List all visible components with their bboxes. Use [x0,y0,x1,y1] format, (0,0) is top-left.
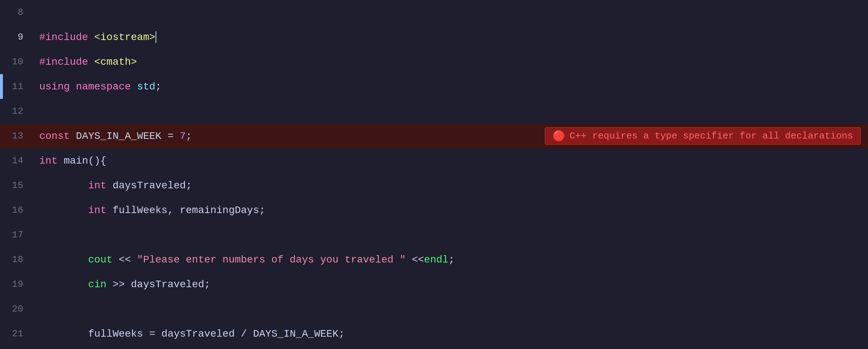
code-text [39,205,88,216]
code-text: ; [449,254,455,265]
gutter [0,49,3,74]
line-number: 17 [3,229,32,240]
table-row: 18 cout << "Please enter numbers of days… [0,247,868,272]
code-text [39,328,88,340]
code-text: ; [338,328,345,340]
keyword: int [88,180,106,191]
table-row: 21 fullWeeks = daysTraveled / DAYS_IN_A_… [0,321,868,346]
gutter [0,148,3,173]
code-text: = [143,328,161,340]
code-area[interactable]: 8 9 #include <iostream> 10 #include <cma… [0,0,868,349]
keyword: #include [39,56,88,68]
code-text [131,81,137,92]
code-text [70,131,76,142]
keyword: int [39,155,57,167]
line-content[interactable]: int fullWeeks , remainingDays ; [32,205,868,216]
line-number: 18 [3,254,32,265]
identifier: fullWeeks [88,328,143,340]
line-number: 12 [3,106,32,117]
identifier: daysTraveled [161,328,235,340]
code-text [39,254,88,265]
keyword: const [39,131,70,142]
table-row: 16 int fullWeeks , remainingDays ; [0,198,868,222]
code-text: ; [259,205,265,216]
table-row: 20 [0,297,868,321]
line-number: 14 [3,155,32,166]
keyword: namespace [76,81,131,92]
code-text: main(){ [57,155,106,167]
code-text [107,180,113,191]
line-number: 16 [3,205,32,216]
code-text: = [161,131,180,142]
line-content[interactable]: fullWeeks = daysTraveled / DAYS_IN_A_WEE… [32,328,868,340]
code-text [107,205,113,216]
code-text: << [406,254,424,265]
gutter [0,321,3,346]
code-text: ; [204,279,210,290]
gutter [0,346,3,349]
code-editor: 8 9 #include <iostream> 10 #include <cma… [0,0,868,349]
code-text [39,180,88,191]
line-content[interactable]: cout << "Please enter numbers of days yo… [32,254,868,265]
gutter [0,272,3,297]
identifier: DAYS_IN_A_WEEK [253,328,338,340]
gutter [0,99,3,124]
endl: endl [424,254,449,265]
line-number: 19 [3,279,32,290]
header-file: <cmath> [94,56,137,68]
line-content[interactable]: using namespace std ; [32,81,868,92]
table-row-error: 13 const DAYS_IN_A_WEEK = 7 ; 🔴 C++ requ… [0,124,868,148]
line-number: 8 [3,7,32,18]
identifier: daysTraveled [131,279,204,290]
keyword: #include [39,32,88,43]
gutter [0,198,3,222]
header-file: <iostream> [94,32,155,43]
table-row: 19 cin >> daysTraveled ; [0,272,868,297]
identifier: daysTraveled [113,180,186,191]
code-text [88,32,94,43]
identifier: DAYS_IN_A_WEEK [76,131,161,142]
line-number: 15 [3,180,32,191]
code-text: << [113,254,137,265]
line-number: 20 [3,304,32,314]
code-text: , [168,205,180,216]
code-text: >> [107,279,131,290]
line-number: 11 [3,81,32,92]
text-cursor [156,31,156,43]
code-text: / [235,328,253,340]
line-number: 21 [3,328,32,339]
table-row: 22 remainingDays = daysTraveled % DAYS_I… [0,346,868,349]
table-row: 9 #include <iostream> [0,25,868,49]
gutter [0,247,3,272]
number-literal: 7 [180,131,186,142]
line-content[interactable]: #include <cmath> [32,56,868,68]
line-number: 9 [3,32,32,43]
table-row: 15 int daysTraveled ; [0,173,868,198]
line-content[interactable]: int daysTraveled ; [32,180,868,191]
iostream-object: cin [88,279,106,290]
gutter [0,25,3,49]
table-row: 8 [0,0,868,25]
gutter [0,173,3,198]
code-text: ; [186,180,192,191]
string-literal: "Please enter numbers of days you travel… [137,254,406,265]
namespace-name: std [137,81,155,92]
gutter [0,0,3,25]
iostream-object: cout [88,254,112,265]
line-number: 13 [3,131,32,141]
line-content[interactable]: int main(){ [32,155,868,167]
line-content[interactable]: #include <iostream> [32,31,868,43]
table-row: 14 int main(){ [0,148,868,173]
line-number: 10 [3,56,32,67]
line-content[interactable]: cin >> daysTraveled ; [32,279,868,290]
table-row: 11 using namespace std ; [0,74,868,99]
identifier: fullWeeks [113,205,168,216]
code-text: ; [186,131,192,142]
gutter [0,222,3,247]
table-row: 10 #include <cmath> [0,49,868,74]
identifier: remainingDays [180,205,259,216]
table-row: 17 [0,222,868,247]
code-text: ; [155,81,161,92]
gutter [0,297,3,321]
error-icon: 🔴 [552,130,565,142]
